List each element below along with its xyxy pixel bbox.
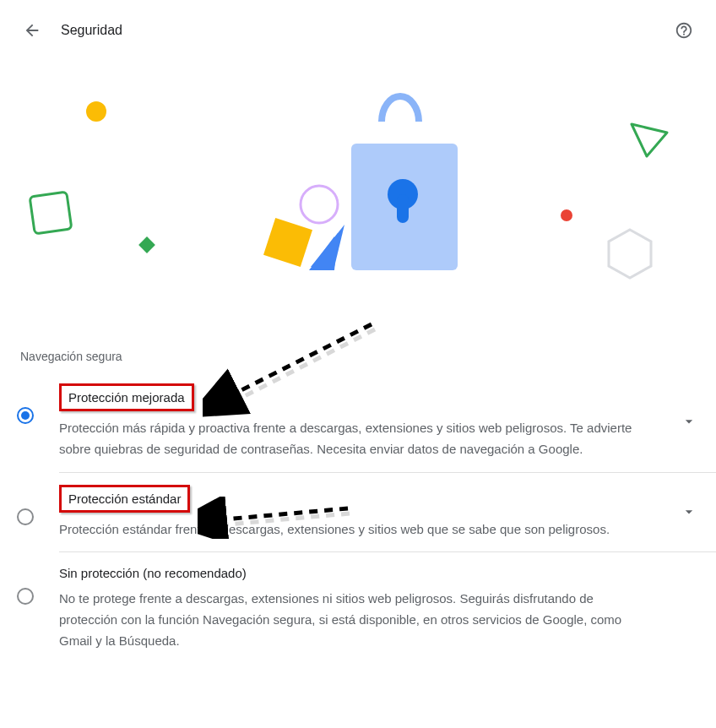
- help-circle-icon: [675, 21, 693, 40]
- svg-rect-10: [263, 218, 312, 267]
- header: Seguridad: [0, 0, 716, 61]
- svg-point-3: [561, 209, 572, 221]
- option-standard[interactable]: Protección estándar Protección estándar …: [0, 473, 716, 552]
- radio-enhanced[interactable]: [17, 407, 34, 424]
- help-button[interactable]: [669, 15, 699, 46]
- option-standard-description: Protección estándar frente a descargas, …: [59, 519, 633, 541]
- option-enhanced-body: Protección mejorada Protección más rápid…: [34, 383, 699, 460]
- svg-point-9: [301, 186, 338, 223]
- option-enhanced-description: Protección más rápida y proactiva frente…: [59, 418, 633, 460]
- svg-rect-2: [138, 236, 155, 253]
- option-standard-title: Protección estándar: [59, 485, 190, 513]
- section-heading: Navegación segura: [0, 301, 716, 372]
- expand-standard-button[interactable]: [675, 498, 702, 525]
- radio-standard[interactable]: [17, 508, 34, 525]
- svg-rect-8: [397, 194, 409, 223]
- back-button[interactable]: [17, 15, 47, 46]
- svg-point-0: [86, 101, 106, 122]
- option-standard-body: Protección estándar Protección estándar …: [34, 485, 699, 541]
- option-none-description: No te protege frente a descargas, extens…: [59, 589, 633, 651]
- security-illustration: [0, 61, 716, 301]
- option-none-body: Sin protección (no recomendado) No te pr…: [34, 564, 699, 651]
- svg-marker-5: [609, 230, 651, 278]
- arrow-left-icon: [23, 21, 41, 40]
- expand-enhanced-button[interactable]: [675, 408, 702, 435]
- option-none-title: Sin protección (no recomendado): [59, 564, 247, 582]
- page-title: Seguridad: [61, 23, 122, 38]
- option-enhanced-title: Protección mejorada: [59, 383, 194, 411]
- hero-illustration: [0, 61, 716, 301]
- radio-none[interactable]: [17, 588, 34, 605]
- option-none[interactable]: Sin protección (no recomendado) No te pr…: [0, 552, 716, 663]
- svg-rect-1: [30, 192, 72, 234]
- option-enhanced[interactable]: Protección mejorada Protección más rápid…: [0, 372, 716, 472]
- chevron-down-icon: [681, 413, 697, 430]
- svg-marker-4: [632, 124, 667, 156]
- chevron-down-icon: [681, 503, 697, 520]
